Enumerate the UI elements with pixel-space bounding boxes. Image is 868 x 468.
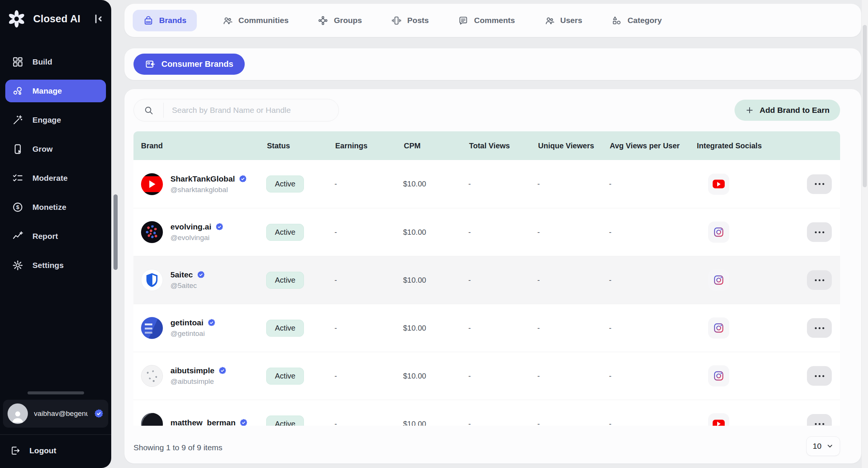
avg-views-value: - [609, 324, 696, 333]
sidebar-collapse-button[interactable] [92, 12, 104, 25]
total-views-value: - [468, 372, 537, 380]
status-badge: Active [266, 320, 304, 337]
tab-communities[interactable]: Communities [219, 10, 292, 31]
tab-label: Groups [334, 16, 362, 25]
engage-icon [12, 114, 23, 126]
tab-users[interactable]: Users [541, 10, 586, 31]
table-row-getintoai[interactable]: getintoai @getintoai Active - $10.00 - -… [133, 304, 840, 352]
app-logo-icon [6, 8, 27, 29]
sidebar-item-label: Moderate [32, 174, 67, 183]
tab-category[interactable]: Category [608, 10, 666, 31]
sidebar-item-settings[interactable]: Settings [5, 254, 106, 277]
status-badge: Active [266, 368, 304, 385]
tab-label: Brands [159, 16, 186, 25]
app-title: Closed AI [33, 13, 86, 25]
add-brand-label: Add Brand to Earn [759, 106, 830, 115]
sidebar-item-label: Report [32, 232, 58, 241]
more-options-button[interactable] [807, 414, 832, 426]
earnings-value: - [334, 276, 403, 285]
report-icon [12, 231, 23, 242]
earnings-value: - [334, 228, 403, 237]
consumer-brands-button[interactable]: Consumer Brands [133, 54, 245, 75]
sidebar-item-grow[interactable]: Grow [5, 138, 106, 160]
avg-views-value: - [609, 276, 696, 285]
integrated-social [708, 269, 729, 291]
sidebar-footer: vaibhav@begenu... Logout [0, 391, 111, 468]
sidebar-item-report[interactable]: Report [5, 225, 106, 248]
groups-icon [318, 15, 328, 26]
sidebar-scrollbar[interactable] [113, 194, 118, 270]
sidebar-item-label: Grow [32, 145, 53, 154]
sidebar: Closed AI BuildManageEngageGrowModerate$… [0, 0, 111, 468]
verified-badge-icon [207, 319, 216, 327]
brand-cell: SharkTankGlobal @sharktankglobal [133, 173, 266, 195]
search-icon [144, 105, 153, 115]
user-email: vaibhav@begenu... [34, 410, 88, 418]
brand-avatar [141, 413, 163, 426]
table-row-evolving-ai[interactable]: evolving.ai @evolvingai Active - $10.00 … [133, 208, 840, 256]
column-avg-views-per-user: Avg Views per User [609, 142, 696, 150]
top-tab-bar: BrandsCommunitiesGroupsPostsCommentsUser… [124, 4, 861, 37]
unique-viewers-value: - [537, 372, 609, 380]
more-options-button[interactable] [807, 222, 832, 242]
more-options-button[interactable] [807, 270, 832, 290]
consumer-brands-label: Consumer Brands [161, 59, 233, 69]
brand-cell: evolving.ai @evolvingai [133, 221, 266, 243]
more-options-button[interactable] [807, 174, 832, 194]
user-card[interactable]: vaibhav@begenu... [3, 400, 108, 428]
tab-groups[interactable]: Groups [314, 10, 366, 31]
tab-brands[interactable]: Brands [133, 10, 197, 31]
tab-label: Communities [238, 16, 288, 25]
cpm-value: $10.00 [403, 180, 468, 188]
more-options-button[interactable] [807, 366, 832, 386]
tab-posts[interactable]: Posts [388, 10, 432, 31]
sidebar-item-engage[interactable]: Engage [5, 109, 106, 131]
brand-name: evolving.ai [170, 222, 212, 231]
brand-cell: 5aitec @5aitec [133, 269, 266, 291]
sidebar-nav: BuildManageEngageGrowModerate$MonetizeRe… [0, 51, 111, 277]
brand-avatar [141, 173, 163, 195]
verified-badge-icon [239, 419, 248, 426]
logout-button[interactable]: Logout [0, 435, 111, 463]
instagram-icon [713, 274, 724, 286]
cpm-value: $10.00 [403, 324, 468, 333]
table-body: SharkTankGlobal @sharktankglobal Active … [133, 160, 840, 426]
verified-badge-icon [218, 366, 227, 375]
column-cpm: CPM [403, 142, 468, 150]
moderate-icon [12, 172, 23, 184]
search-bar[interactable] [133, 99, 339, 122]
search-input[interactable] [163, 103, 339, 118]
unique-viewers-value: - [537, 180, 609, 188]
total-views-value: - [468, 324, 537, 333]
instagram-icon [713, 226, 724, 238]
verified-badge-icon [197, 271, 205, 279]
brand-name: matthew_berman [170, 418, 236, 426]
earnings-value: - [334, 324, 403, 333]
tabs: BrandsCommunitiesGroupsPostsCommentsUser… [124, 4, 861, 37]
brand-cell: matthew_berman [133, 413, 266, 426]
earnings-value: - [334, 180, 403, 188]
brands-table: BrandStatusEarningsCPMTotal ViewsUnique … [133, 131, 840, 426]
integrated-social [708, 222, 729, 243]
table-row-aibutsimple[interactable]: aibutsimple @aibutsimple Active - $10.00… [133, 352, 840, 400]
tab-comments[interactable]: Comments [454, 10, 519, 31]
page-scrollbar[interactable] [861, 0, 868, 468]
sidebar-item-manage[interactable]: Manage [5, 80, 106, 102]
manage-icon [12, 85, 23, 97]
sidebar-item-monetize[interactable]: $Monetize [5, 196, 106, 219]
brand-handle: @sharktankglobal [170, 186, 247, 194]
table-row-matthew-berman[interactable]: matthew_berman Active - $10.00 - - - [133, 400, 840, 426]
instagram-icon [713, 322, 724, 334]
table-row-5aitec[interactable]: 5aitec @5aitec Active - $10.00 - - - [133, 256, 840, 304]
table-row-sharktankglobal[interactable]: SharkTankGlobal @sharktankglobal Active … [133, 160, 840, 208]
instagram-icon [713, 370, 724, 382]
sidebar-item-moderate[interactable]: Moderate [5, 167, 106, 189]
sidebar-item-build[interactable]: Build [5, 51, 106, 73]
more-options-button[interactable] [807, 318, 832, 338]
add-brand-button[interactable]: Add Brand to Earn [735, 100, 840, 121]
cpm-value: $10.00 [403, 228, 468, 237]
page-size-select[interactable]: 10 [806, 436, 840, 456]
cpm-value: $10.00 [403, 276, 468, 285]
sidebar-drag-handle[interactable] [28, 391, 84, 394]
earnings-value: - [334, 420, 403, 426]
